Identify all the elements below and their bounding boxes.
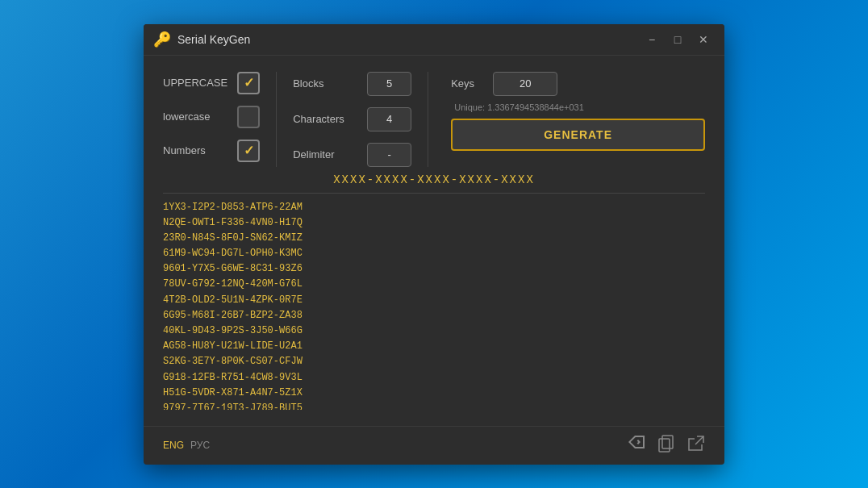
list-item: 6G95-M68I-26B7-BZP2-ZA38 [163,308,695,323]
app-icon: 🔑 [153,31,171,48]
numbers-checkbox[interactable]: ✓ [237,140,260,162]
main-window: 🔑 Serial KeyGen − □ ✕ UPPERCASE ✓ lowerc… [144,24,724,465]
delimiter-row: Delimiter [293,143,411,167]
list-item: 4T2B-OLD2-5U1N-4ZPK-0R7E [163,293,695,308]
keys-row: Keys [451,72,705,96]
list-item: N2QE-OWT1-F336-4VN0-H17Q [163,215,695,231]
blocks-row: Blocks [293,72,411,96]
titlebar-controls: − □ ✕ [641,31,715,48]
list-item: 23R0-N84S-8F0J-SN62-KMIZ [163,231,695,246]
list-item: 1YX3-I2P2-D853-ATP6-22AM [163,200,695,215]
close-button[interactable]: ✕ [692,31,715,48]
blocks-label: Blocks [293,77,357,90]
export-icon[interactable] [687,435,705,457]
backspace-icon[interactable] [628,435,645,457]
list-item: 78UV-G792-12NQ-420M-G76L [163,277,695,292]
main-content: UPPERCASE ✓ lowercase Numbers ✓ [144,56,724,426]
uppercase-label: UPPERCASE [163,77,227,89]
numbers-row: Numbers ✓ [163,140,260,162]
list-item: H51G-5VDR-X871-A4N7-5Z1X [163,386,695,401]
characters-input[interactable] [367,107,411,131]
titlebar: 🔑 Serial KeyGen − □ ✕ [144,24,724,56]
footer-icons [628,435,705,457]
uppercase-checkmark: ✓ [244,75,254,90]
characters-row: Characters [293,107,411,131]
delimiter-label: Delimiter [293,148,357,161]
numbers-checkmark: ✓ [244,143,254,158]
svg-rect-1 [662,436,673,448]
lowercase-row: lowercase [163,106,260,128]
characters-label: Characters [293,113,357,125]
options-section: UPPERCASE ✓ lowercase Numbers ✓ [163,72,705,167]
fields-col: Blocks Characters Delimiter [293,72,411,167]
list-item: 61M9-WC94-DG7L-OPH0-K3MC [163,246,695,261]
footer: ENG РУС [144,426,724,465]
delimiter-input[interactable] [367,143,411,167]
preview-pattern: XXXX-XXXX-XXXX-XXXX-XXXX [163,173,705,186]
keys-list-wrapper: 1YX3-I2P2-D853-ATP6-22AMN2QE-OWT1-F336-4… [163,200,705,410]
maximize-button[interactable]: □ [666,31,689,48]
minimize-button[interactable]: − [641,31,663,48]
list-item: 9797-7T67-19T3-J789-BUT5 [163,401,695,410]
list-item: 40KL-9D43-9P2S-3J50-W66G [163,323,695,339]
unique-text: Unique: 1.3367494538844e+031 [454,102,705,112]
uppercase-row: UPPERCASE ✓ [163,72,260,94]
lowercase-checkbox[interactable] [237,106,260,128]
svg-rect-0 [659,439,670,452]
copy-icon[interactable] [658,435,674,457]
numbers-label: Numbers [163,144,227,156]
uppercase-checkbox[interactable]: ✓ [237,72,260,94]
list-item: 9601-Y7X5-G6WE-8C31-93Z6 [163,261,695,277]
blocks-input[interactable] [367,72,411,96]
lang-en-button[interactable]: ENG [163,440,184,451]
keys-input[interactable] [493,72,557,96]
divider-1 [276,72,277,167]
lang-ru-button[interactable]: РУС [190,440,210,451]
svg-line-2 [695,436,703,444]
list-item: AG58-HU8Y-U21W-LIDE-U2A1 [163,339,695,354]
list-item: S2KG-3E7Y-8P0K-CS07-CFJW [163,354,695,369]
keys-list[interactable]: 1YX3-I2P2-D853-ATP6-22AMN2QE-OWT1-F336-4… [163,200,705,410]
generate-button[interactable]: GENERATE [451,119,705,151]
lowercase-label: lowercase [163,111,227,123]
content-divider [163,193,705,194]
checkboxes-col: UPPERCASE ✓ lowercase Numbers ✓ [163,72,260,167]
window-title: Serial KeyGen [177,33,641,46]
right-col: Keys Unique: 1.3367494538844e+031 GENERA… [444,72,705,167]
divider-2 [428,72,428,167]
keys-label: Keys [451,77,483,90]
list-item: G918-12FB-R751-4CW8-9V3L [163,370,695,386]
